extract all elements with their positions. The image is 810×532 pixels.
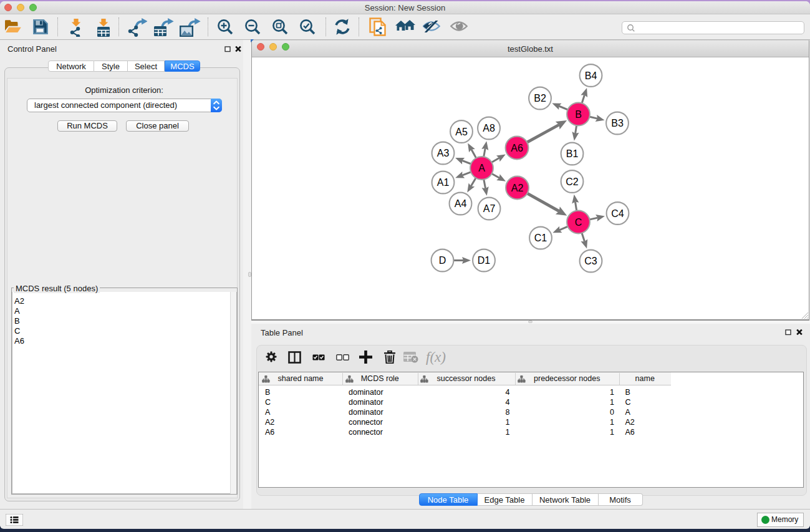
svg-text:C3: C3 [584, 256, 597, 266]
svg-text:A3: A3 [437, 148, 450, 158]
svg-text:C2: C2 [566, 177, 579, 187]
svg-text:A: A [478, 163, 485, 173]
svg-text:A7: A7 [483, 203, 496, 214]
svg-text:A4: A4 [455, 198, 467, 209]
svg-text:B: B [575, 109, 582, 120]
svg-text:B1: B1 [566, 148, 579, 159]
svg-text:A5: A5 [455, 127, 468, 137]
svg-text:A6: A6 [511, 143, 523, 153]
svg-text:B4: B4 [585, 70, 597, 81]
svg-text:B3: B3 [611, 118, 624, 128]
svg-text:A8: A8 [483, 123, 495, 133]
svg-text:C: C [575, 217, 582, 228]
svg-text:C1: C1 [534, 233, 547, 243]
svg-text:A2: A2 [511, 183, 524, 193]
svg-text:D1: D1 [478, 255, 491, 266]
svg-text:D: D [439, 255, 446, 266]
svg-text:B2: B2 [534, 93, 546, 104]
svg-text:A1: A1 [437, 177, 450, 188]
svg-text:C4: C4 [611, 208, 624, 219]
